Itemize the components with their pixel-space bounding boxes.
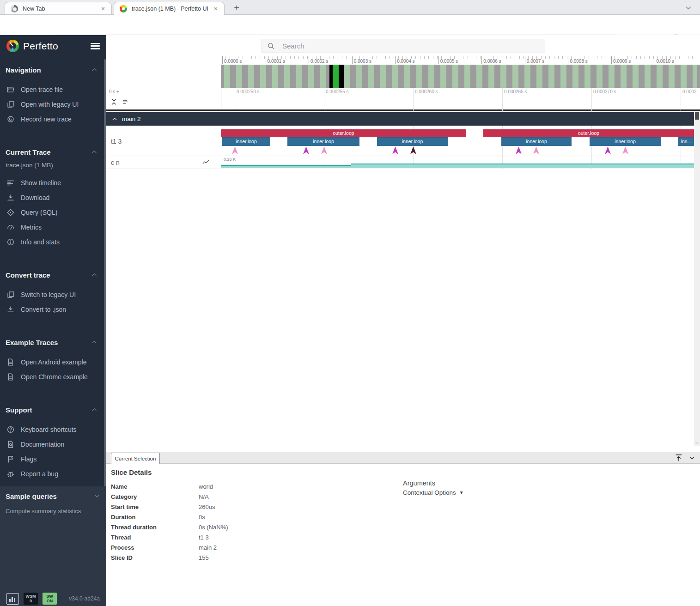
- sidebar-item-label: Show timeline: [21, 179, 61, 187]
- timeline-minimap[interactable]: [221, 65, 700, 88]
- process-group-header[interactable]: main 2: [106, 112, 694, 126]
- sidebar-item-label: Download: [21, 194, 49, 201]
- viewport-right-handle[interactable]: [339, 65, 344, 88]
- instant-marker[interactable]: [533, 146, 539, 154]
- sidebar-item-open-android-example[interactable]: Open Android example: [0, 355, 103, 370]
- sidebar-section-header-support[interactable]: Support: [0, 405, 103, 415]
- scrollbar-thumb[interactable]: [695, 112, 699, 120]
- vertical-scrollbar[interactable]: [694, 111, 700, 446]
- sidebar-item-keyboard-shortcuts[interactable]: Keyboard shortcuts: [0, 422, 103, 437]
- section-title-text: Convert trace: [6, 271, 50, 279]
- instant-marker[interactable]: [605, 146, 611, 154]
- contextual-options-dropdown[interactable]: Contextual Options ▼: [403, 489, 464, 496]
- sidebar-item-report-a-bug[interactable]: Report a bug: [0, 467, 103, 481]
- instant-marker[interactable]: [392, 146, 398, 154]
- counter-area-segment[interactable]: [221, 165, 351, 168]
- collapse-tracks-icon[interactable]: [110, 98, 118, 106]
- counter-track: c n 0.25 K: [106, 156, 694, 169]
- details-field-value: 155: [199, 554, 209, 561]
- tab-current-selection[interactable]: Current Selection: [111, 453, 160, 464]
- sidebar-item-label: Metrics: [21, 224, 42, 231]
- slice-inner-loop[interactable]: inner.loop: [590, 137, 661, 146]
- section-title-text: Support: [6, 406, 32, 414]
- sidebar-item-query-sql[interactable]: Query (SQL): [0, 205, 103, 220]
- download-icon: [6, 194, 15, 202]
- sidebar-item-label: Record new trace: [21, 115, 72, 123]
- sidebar-section-header-convert-trace[interactable]: Convert trace: [0, 270, 103, 280]
- sidebar-item-flags[interactable]: Flags: [0, 452, 103, 467]
- counter-area-segment[interactable]: [351, 164, 694, 168]
- section-title-text: Navigation: [6, 66, 41, 74]
- instant-marker[interactable]: [622, 146, 628, 154]
- sidebar-item-show-timeline[interactable]: Show timeline: [0, 176, 103, 190]
- ruler-major-tick: [266, 56, 266, 64]
- chevron-up-icon: [91, 406, 98, 413]
- hamburger-menu-icon[interactable]: [91, 43, 100, 49]
- search-box[interactable]: [261, 39, 545, 53]
- viewport-left-handle[interactable]: [329, 65, 333, 88]
- sidebar-item-label: Open with legacy UI: [21, 101, 79, 108]
- sidebar-item-convert-to-json[interactable]: Convert to .json: [0, 302, 103, 317]
- new-tab-button[interactable]: +: [231, 3, 242, 14]
- sidebar-section: SupportKeyboard shortcutsDocumentationFl…: [0, 405, 103, 481]
- counter-line-mode-icon[interactable]: [202, 158, 210, 166]
- ruler-time-label: 0.000260 s: [415, 89, 438, 94]
- details-field-label: Start time: [111, 503, 199, 510]
- details-field-value: main 2: [199, 544, 217, 551]
- service-worker-status-badge[interactable]: SWON: [43, 593, 57, 605]
- wsm-status-badge[interactable]: WSM0: [24, 593, 38, 605]
- slice-inner-loop[interactable]: inn...: [678, 137, 694, 146]
- sidebar-item-download[interactable]: Download: [0, 190, 103, 205]
- chevron-up-icon: [111, 115, 118, 123]
- tab-close-icon[interactable]: ×: [212, 5, 219, 12]
- histogram-icon[interactable]: [6, 593, 19, 605]
- sidebar-section-header-current-trace[interactable]: Current Trace: [0, 147, 103, 157]
- instant-marker-selected[interactable]: [410, 146, 416, 154]
- sidebar-item-metrics[interactable]: Metrics: [0, 220, 103, 235]
- viewport-window[interactable]: [333, 65, 339, 88]
- sidebar-item-open-chrome-example[interactable]: Open Chrome example: [0, 370, 103, 384]
- sidebar-item-label: Switch to legacy UI: [21, 291, 76, 298]
- slice-inner-loop[interactable]: inner.loop: [501, 137, 572, 146]
- details-field-label: Name: [111, 483, 199, 490]
- instant-marker[interactable]: [232, 146, 238, 154]
- tab-search-chevron-icon[interactable]: [684, 4, 693, 12]
- search-input[interactable]: [282, 42, 539, 50]
- help-icon: [6, 425, 15, 434]
- sidebar-item-label: Info and stats: [21, 238, 60, 246]
- track-panel-boundary: [221, 88, 221, 110]
- slice-inner-loop[interactable]: inner.loop: [222, 137, 270, 146]
- sidebar-item-compute-summary-statistics[interactable]: Compute summary statistics: [0, 504, 106, 515]
- sidebar-item-open-trace-file[interactable]: Open trace file: [0, 82, 103, 97]
- sidebar-item-record-new-trace[interactable]: Record new trace: [0, 112, 103, 127]
- sidebar-section: Convert traceSwitch to legacy UIConvert …: [0, 270, 103, 317]
- sidebar-item-open-with-legacy-ui[interactable]: Open with legacy UI: [0, 97, 103, 112]
- sidebar-section-sample-queries[interactable]: Sample queries: [0, 486, 106, 497]
- sidebar-item-switch-to-legacy-ui[interactable]: Switch to legacy UI: [0, 287, 103, 302]
- expand-panel-up-icon[interactable]: [674, 453, 683, 462]
- instant-marker[interactable]: [303, 146, 309, 154]
- details-row: Slice ID155: [111, 552, 310, 563]
- sidebar-section-header-navigation[interactable]: Navigation: [0, 65, 103, 75]
- slice-inner-loop[interactable]: inner.loop: [287, 137, 359, 146]
- ruler-major-tick: [525, 56, 525, 64]
- instant-marker[interactable]: [321, 146, 327, 154]
- query-icon: [6, 208, 15, 217]
- browser-tab-perfetto[interactable]: trace.json (1 MB) - Perfetto UI ×: [114, 2, 225, 15]
- sidebar-item-info-and-stats[interactable]: Info and stats: [0, 235, 103, 249]
- slice-outer-loop[interactable]: outer.loop: [221, 129, 466, 137]
- scrollbar-down-icon[interactable]: [694, 440, 700, 445]
- bug-icon: [6, 470, 15, 478]
- sidebar-section-header-example-traces[interactable]: Example Traces: [0, 337, 103, 347]
- slice-inner-loop[interactable]: inner.loop: [377, 137, 448, 146]
- timeline-icon: [6, 179, 15, 187]
- browser-tab-new-tab[interactable]: New Tab ×: [5, 2, 112, 15]
- track-filter-icon[interactable]: [122, 98, 129, 105]
- collapse-panel-icon[interactable]: [688, 454, 696, 462]
- chevron-up-icon: [91, 271, 98, 279]
- slice-outer-loop[interactable]: outer.loop: [483, 129, 694, 137]
- sidebar-item-documentation[interactable]: Documentation: [0, 437, 103, 452]
- ruler-tick-label: 0.0002 s: [310, 59, 328, 64]
- tab-close-icon[interactable]: ×: [99, 5, 107, 12]
- instant-marker[interactable]: [516, 146, 522, 154]
